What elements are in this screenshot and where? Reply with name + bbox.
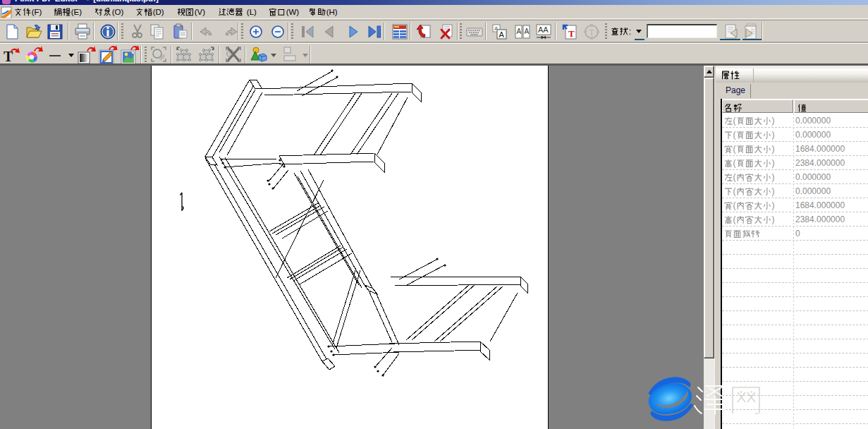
svg-text:AA: AA (538, 25, 549, 34)
svg-text:T: T (589, 28, 595, 37)
svg-text:A: A (525, 28, 530, 35)
svg-text:A: A (517, 28, 522, 35)
svg-text:A: A (499, 30, 505, 39)
svg-text:T: T (568, 28, 575, 39)
